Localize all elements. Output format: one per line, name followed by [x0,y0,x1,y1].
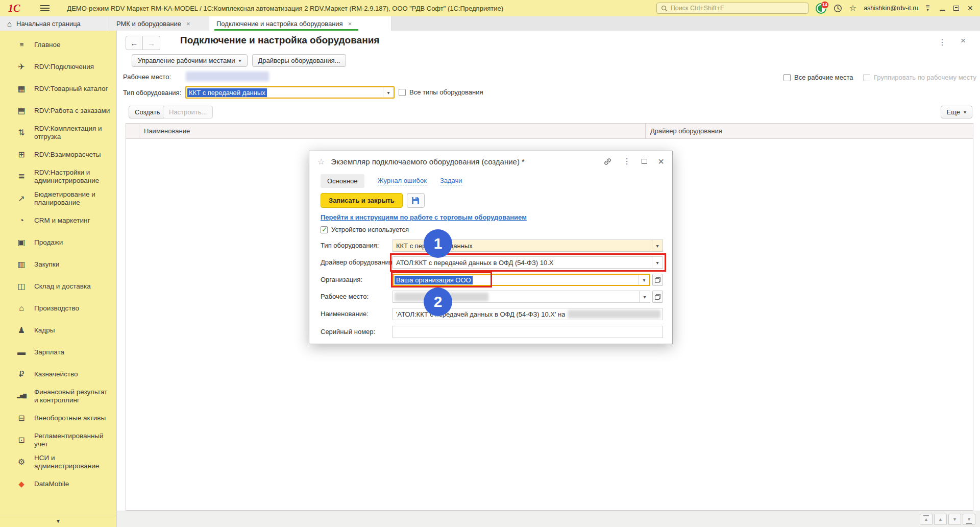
field-driver[interactable]: АТОЛ:ККТ с передачей данных в ОФД (54-ФЗ… [393,256,663,269]
save-and-close-button[interactable]: Записать и закрыть [321,193,403,208]
step-badge-2: 2 [424,288,452,316]
sidebar-item-rdv-product-catalog[interactable]: ▦RDV:Товарный каталог [0,78,116,100]
chevron-down-icon[interactable]: ▾ [639,275,649,285]
column-header-name[interactable]: Наименование [139,127,190,135]
sidebar-item-production[interactable]: ⌂Производство [0,297,116,319]
sidebar-item-regulated-accounting[interactable]: ⊡Регламентированный учет [0,429,116,451]
tab-home[interactable]: ⌂ Начальная страница [0,16,109,31]
global-search[interactable] [656,3,808,14]
sidebar-item-salary[interactable]: ▬Зарплата [0,341,116,363]
workplace-redacted-value[interactable] [186,71,269,81]
back-button[interactable]: ← [126,36,143,50]
sidebar-item-crm-marketing[interactable]: ◔CRM и маркетинг [0,209,116,231]
create-button[interactable]: Создать [129,106,166,118]
more-button[interactable]: Еще ▾ [941,106,972,118]
column-header-driver[interactable]: Драйвер оборудования [645,124,973,138]
dialog-title-bar: ☆ Экземпляр подключаемого оборудования (… [309,151,672,172]
group-by-workplace-checkbox: Группировать по рабочему месту [863,74,976,81]
salary-card-icon: ▬ [15,348,28,356]
go-first-button[interactable]: ▲ [920,514,933,525]
save-button[interactable] [407,193,425,208]
chevron-down-icon[interactable]: ▾ [652,240,663,251]
open-organization-button[interactable] [652,274,663,286]
sidebar-item-treasury[interactable]: ₽Казначейство [0,363,116,385]
sidebar-item-hr[interactable]: ♟Кадры [0,319,116,341]
close-window-icon[interactable]: × [967,4,973,13]
main-menu-icon[interactable] [40,5,50,11]
favorite-star-icon[interactable]: ☆ [317,157,325,166]
all-equipment-types-checkbox[interactable]: Все типы оборудования [399,88,483,96]
tab-rmk-equipment[interactable]: РМК и оборудование × [109,16,209,31]
catalog-grid-icon: ▦ [15,85,28,93]
tab-close-icon[interactable]: × [348,20,352,28]
go-previous-button[interactable]: ▲ [934,514,947,525]
sidebar-item-fixed-assets[interactable]: ⊟Внеоборотные активы [0,407,116,429]
sidebar-item-datamobile[interactable]: ◆DataMobile [0,473,116,495]
checkbox-box[interactable]: ✓ [321,226,328,233]
user-email[interactable]: ashishkin@rdv-it.ru [864,5,918,12]
chevron-down-icon[interactable]: ▾ [639,291,650,302]
tab-equipment-setup[interactable]: Подключение и настройка оборудования × [209,16,392,31]
sidebar-collapse-strip[interactable]: ▼ [0,515,116,527]
tab-error-log[interactable]: Журнал ошибок [378,177,427,185]
form-close-icon[interactable]: × [961,36,966,46]
sidebar-item-purchases[interactable]: ▥Закупки [0,253,116,275]
pie-chart-icon: ◔ [15,217,28,225]
shipping-trolley-icon: ⇅ [15,129,28,137]
sidebar-item-rdv-picking-shipping[interactable]: ⇅RDV:Комплектация и отгрузка [0,122,116,143]
field-serial-number[interactable] [393,326,663,338]
field-label-equipment-type: Тип оборудования: [321,239,379,252]
go-last-button[interactable]: ▼ [963,514,975,525]
device-used-checkbox[interactable]: ✓ Устройство используется [321,226,409,233]
tab-tasks[interactable]: Задачи [440,177,462,185]
field-label-serial-number: Серийный номер: [321,326,375,338]
favorites-star-icon[interactable]: ☆ [849,4,856,12]
search-input[interactable] [671,5,804,12]
tab-close-icon[interactable]: × [186,20,190,28]
gear-icon: ⚙ [15,458,28,466]
step-badge-1: 1 [424,229,452,258]
checkbox-box[interactable] [783,74,791,81]
field-label-organization: Организация: [321,274,362,286]
window-title: ДЕМО-режим RDV Маркет RM-KA-MODEL / 1С:К… [67,5,503,12]
sidebar-item-rdv-settings-admin[interactable]: ≣RDV:Настройки и администрирование [0,165,116,187]
dialog-maximize-icon[interactable] [642,159,647,164]
dialog-more-icon[interactable]: ⋮ [623,157,631,165]
go-next-button[interactable]: ▼ [948,514,961,525]
all-workplaces-checkbox[interactable]: Все рабочие места [783,74,853,81]
discussions-icon[interactable]: 14 [816,3,826,14]
sidebar-item-budgeting[interactable]: ↗Бюджетирование и планирование [0,187,116,209]
sidebar-item-warehouse-delivery[interactable]: ◫Склад и доставка [0,275,116,297]
sidebar-item-rdv-connections[interactable]: ✈RDV:Подключения [0,56,116,78]
checkbox-box[interactable] [399,89,406,96]
equipment-drivers-button[interactable]: Драйверы оборудования... [252,54,347,67]
settings-sliders-icon: ≣ [15,173,28,181]
sidebar-item-financial-result[interactable]: ▂▅▇Финансовый результат и контроллинг [0,385,116,407]
sidebar-item-rdv-orders[interactable]: ▤RDV:Работа с заказами [0,100,116,122]
chevron-down-icon[interactable]: ▾ [383,87,394,98]
treasury-ruble-icon: ₽ [15,370,28,378]
service-menu-icon[interactable]: ≡ ▾ [925,5,929,11]
orders-document-icon: ▤ [15,107,28,115]
search-icon [661,5,668,12]
instructions-link[interactable]: Перейти к инструкциям по работе с торгов… [321,213,527,221]
form-more-icon[interactable]: ⋮ [938,37,946,47]
sidebar-item-sales[interactable]: ▣Продажи [0,231,116,253]
sidebar-item-master-data-admin[interactable]: ⚙НСИ и администрирование [0,451,116,473]
chevron-down-icon[interactable]: ▾ [652,257,663,268]
workplaces-management-button[interactable]: Управление рабочими местами ▾ [132,54,248,67]
history-icon[interactable] [834,4,842,13]
sidebar-item-rdv-settlements[interactable]: ⊞RDV:Взаиморасчеты [0,143,116,165]
open-workplace-button[interactable] [652,291,663,303]
equipment-type-value: ККТ с передачей данных [187,88,267,97]
restore-window-icon[interactable] [953,6,959,11]
dialog-title: Экземпляр подключаемого оборудования (со… [331,157,525,166]
dialog-close-icon[interactable]: × [658,156,664,166]
get-link-icon[interactable] [603,157,612,166]
minimize-icon[interactable] [940,10,945,11]
field-organization[interactable]: Ваша организация ООО ▾ [393,274,650,286]
tab-main[interactable]: Основное [321,174,364,188]
equipment-type-combobox[interactable]: ККТ с передачей данных ▾ [185,86,395,99]
forward-button[interactable]: → [143,36,160,50]
sidebar-item-main[interactable]: ≡Главное [0,34,116,56]
